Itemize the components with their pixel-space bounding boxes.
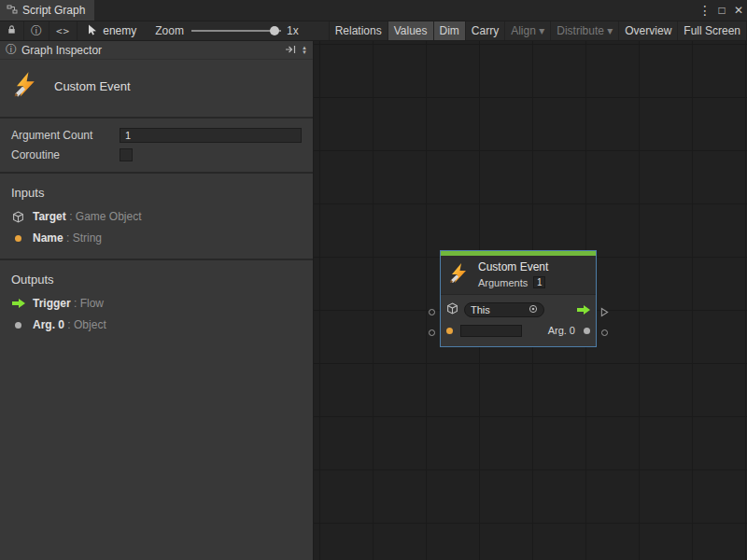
flow-arrow-icon <box>11 299 25 308</box>
node-body: This <box>441 294 596 346</box>
info-icon: ⓘ <box>6 42 17 58</box>
graph-name: enemy <box>103 24 136 37</box>
this-connector-port[interactable] <box>429 309 435 315</box>
name-string-port[interactable] <box>446 328 453 334</box>
port-type: : Object <box>67 318 106 331</box>
coroutine-label: Coroutine <box>11 148 120 161</box>
port-name: Name <box>33 231 63 245</box>
titlebar-spacer <box>94 0 697 21</box>
input-target-row: Target : Game Object <box>0 206 313 228</box>
zoom-value: 1x <box>285 21 306 40</box>
align-dropdown-button[interactable]: Align ▾ <box>505 21 551 40</box>
output-arg0-row: Arg. 0 : Object <box>0 315 313 336</box>
name-connector-port[interactable] <box>429 329 435 336</box>
carry-button[interactable]: Carry <box>466 21 505 40</box>
arg0-object-port[interactable] <box>584 328 590 334</box>
argument-count-label: Argument Count <box>11 129 120 142</box>
node-row-this: This <box>441 300 596 320</box>
arg0-label: Arg. 0 <box>548 325 578 336</box>
object-picker-icon[interactable] <box>529 304 538 315</box>
fullscreen-button[interactable]: Full Screen <box>678 21 747 40</box>
dim-button[interactable]: Dim <box>434 21 466 40</box>
values-button[interactable]: Values <box>388 21 434 40</box>
node-header[interactable]: Custom Event Arguments 1 <box>441 256 596 294</box>
custom-event-icon <box>12 71 40 102</box>
graph-inspector-panel: ⓘ Graph Inspector ▲ ▼ <box>0 41 314 560</box>
trigger-connector-port[interactable] <box>600 307 609 317</box>
port-type: : Flow <box>74 297 104 310</box>
code-icon: <> <box>56 25 70 37</box>
outputs-section: Outputs Trigger : Flow Arg. 0 : Object <box>0 260 313 345</box>
arguments-label: Arguments <box>478 277 528 288</box>
inspected-node-title: Custom Event <box>54 79 131 93</box>
output-trigger-row: Trigger : Flow <box>0 293 313 315</box>
argument-count-row: Argument Count <box>0 125 313 145</box>
script-graph-icon <box>7 4 18 18</box>
object-port-icon <box>11 322 25 329</box>
relations-button[interactable]: Relations <box>330 21 388 40</box>
port-type: : Game Object <box>69 210 141 223</box>
string-port-icon <box>11 235 25 242</box>
close-icon[interactable]: ✕ <box>730 0 747 21</box>
toolbar-button-group: Relations Values Dim Carry Align ▾ Distr… <box>329 21 747 40</box>
graph-pointer-icon <box>87 24 98 38</box>
coroutine-row: Coroutine <box>0 145 313 164</box>
node-title: Custom Event <box>478 260 548 273</box>
titlebar: Script Graph ⋮ □ ✕ <box>0 0 747 21</box>
name-value-input[interactable] <box>460 325 522 337</box>
zoom-label: Zoom <box>146 21 188 40</box>
scroll-down-icon[interactable]: ▼ <box>302 50 307 55</box>
info-icon: ⓘ <box>31 23 42 39</box>
inspected-node-title-block: Custom Event <box>0 60 313 117</box>
script-graph-window: Script Graph ⋮ □ ✕ ⓘ <> <box>0 0 747 560</box>
dock-inspector-icon[interactable] <box>285 44 296 57</box>
custom-event-icon <box>448 262 471 287</box>
toolbar: ⓘ <> enemy Zoom 1x Relations Values Dim … <box>0 21 747 41</box>
port-name: Trigger <box>33 297 71 310</box>
lock-button[interactable] <box>0 21 24 40</box>
inspector-toggle-button[interactable]: ⓘ <box>24 21 49 40</box>
outputs-heading: Outputs <box>0 264 313 293</box>
node-row-arg0: Arg. 0 <box>441 320 596 341</box>
trigger-flow-port[interactable] <box>577 305 590 315</box>
coroutine-checkbox[interactable] <box>120 148 133 161</box>
arguments-count-field[interactable]: 1 <box>533 276 545 288</box>
arg0-connector-port[interactable] <box>601 329 608 336</box>
this-target-dropdown[interactable]: This <box>464 302 544 317</box>
port-name: Arg. 0 <box>33 318 64 331</box>
graph-reference-breadcrumb[interactable]: enemy <box>78 21 146 40</box>
content: ⓘ Graph Inspector ▲ ▼ <box>0 41 747 560</box>
lock-icon <box>7 24 17 37</box>
this-value: This <box>471 304 490 315</box>
zoom-slider-handle[interactable] <box>270 26 279 35</box>
argument-count-input[interactable] <box>120 128 302 143</box>
game-object-cube-icon <box>446 302 458 317</box>
inputs-heading: Inputs <box>0 177 313 206</box>
window-menu-icon[interactable]: ⋮ <box>697 0 713 21</box>
maximize-icon[interactable]: □ <box>713 0 730 21</box>
input-name-row: Name : String <box>0 228 313 249</box>
inspector-fields: Argument Count Coroutine <box>0 119 313 172</box>
port-type: : String <box>66 231 102 245</box>
inspector-header: ⓘ Graph Inspector ▲ ▼ <box>0 41 313 60</box>
graph-canvas[interactable]: Custom Event Arguments 1 <box>314 41 747 560</box>
custom-event-node[interactable]: Custom Event Arguments 1 <box>440 250 597 347</box>
tab-script-graph[interactable]: Script Graph <box>0 0 94 21</box>
game-object-cube-icon <box>11 211 25 223</box>
panel-scroll-arrows[interactable]: ▲ ▼ <box>302 46 309 55</box>
code-view-button[interactable]: <> <box>49 21 78 40</box>
port-name: Target <box>33 210 66 223</box>
tab-label: Script Graph <box>22 4 85 17</box>
zoom-slider-track <box>191 30 281 32</box>
inputs-section: Inputs Target : Game Object Name : Strin… <box>0 174 313 259</box>
inspector-title: Graph Inspector <box>21 44 102 57</box>
distribute-dropdown-button[interactable]: Distribute ▾ <box>551 21 619 40</box>
zoom-slider[interactable] <box>191 21 281 40</box>
overview-button[interactable]: Overview <box>619 21 678 40</box>
